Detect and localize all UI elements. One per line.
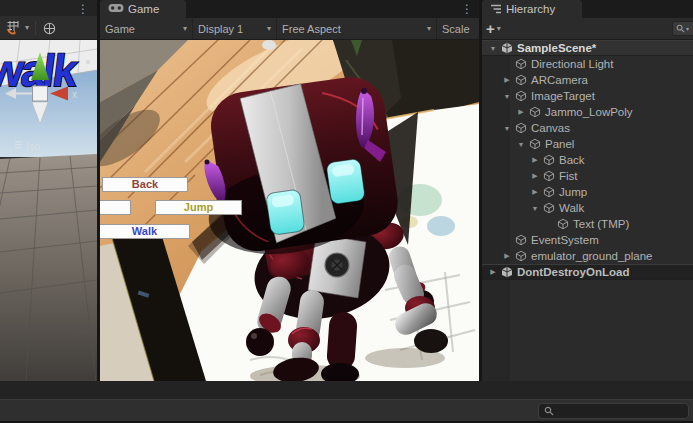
tab-game[interactable]: Game bbox=[100, 0, 186, 18]
walk-button[interactable]: Walk bbox=[100, 224, 190, 239]
hierarchy-item-arcamera[interactable]: ▶ARCamera bbox=[482, 72, 693, 88]
dropdown-arrow-icon: ▾ bbox=[267, 24, 271, 33]
gameobject-cube-icon bbox=[529, 106, 542, 119]
grid-snap-icon[interactable] bbox=[5, 21, 21, 34]
hierarchy-item-label: DontDestroyOnLoad bbox=[517, 266, 629, 278]
hierarchy-item-label: Back bbox=[559, 154, 585, 166]
hierarchy-item-text-tmp[interactable]: Text (TMP) bbox=[482, 216, 693, 232]
gameobject-cube-icon bbox=[515, 74, 528, 87]
hierarchy-item-directional-light[interactable]: Directional Light bbox=[482, 56, 693, 72]
foldout-collapsed-icon[interactable]: ▶ bbox=[530, 172, 540, 180]
gameobject-cube-icon bbox=[515, 250, 528, 263]
scene-viewport[interactable]: walk Iso x bbox=[0, 40, 97, 381]
foldout-expanded-icon[interactable]: ▼ bbox=[502, 93, 512, 100]
gameobject-cube-icon bbox=[515, 122, 528, 135]
hierarchy-tab-label: Hierarchy bbox=[506, 3, 555, 15]
unity-editor-window: ⋮ ▾ bbox=[0, 0, 693, 423]
hierarchy-item-samplescene[interactable]: ▼SampleScene* bbox=[482, 40, 693, 56]
scene-view-toolbar: ▾ bbox=[0, 16, 97, 40]
scene-icon bbox=[501, 266, 514, 279]
scale-label: Scale bbox=[437, 18, 479, 39]
hierarchy-item-imagetarget[interactable]: ▼ImageTarget bbox=[482, 88, 693, 104]
window-bottom-gap bbox=[0, 381, 693, 399]
hierarchy-item-canvas[interactable]: ▼Canvas bbox=[482, 120, 693, 136]
game-tab-label: Game bbox=[128, 3, 159, 15]
foldout-collapsed-icon[interactable]: ▶ bbox=[530, 188, 540, 196]
crosshair-circle-icon[interactable] bbox=[42, 21, 57, 34]
small-white-ball bbox=[262, 40, 276, 50]
hierarchy-item-label: Directional Light bbox=[531, 58, 613, 70]
game-mode-popup[interactable]: Game▾ bbox=[100, 18, 193, 39]
gameobject-cube-icon bbox=[557, 218, 570, 231]
hierarchy-panel: Hierarchy + ▾ ▾ ▼SampleScene*Directional… bbox=[482, 0, 693, 381]
game-toolbar: Game▾ Display 1▾ Free Aspect▾ Scale bbox=[100, 18, 479, 40]
gizmo-center-handle[interactable] bbox=[33, 86, 48, 101]
status-bar bbox=[0, 399, 693, 423]
hierarchy-item-dontdestroyonload[interactable]: ▶DontDestroyOnLoad bbox=[482, 264, 693, 280]
scene-view-panel: ⋮ ▾ bbox=[0, 0, 97, 381]
hierarchy-item-jump[interactable]: ▶Jump bbox=[482, 184, 693, 200]
display-popup[interactable]: Display 1▾ bbox=[193, 18, 277, 39]
hierarchy-item-label: Walk bbox=[559, 202, 584, 214]
gameobject-cube-icon bbox=[543, 202, 556, 215]
hierarchy-item-eventsystem[interactable]: EventSystem bbox=[482, 232, 693, 248]
grid-snap-dropdown-arrow[interactable]: ▾ bbox=[25, 23, 29, 32]
foldout-collapsed-icon[interactable]: ▶ bbox=[530, 156, 540, 164]
dropdown-arrow-icon: ▾ bbox=[427, 24, 431, 33]
tab-hierarchy[interactable]: Hierarchy bbox=[482, 0, 582, 18]
status-search-input[interactable] bbox=[538, 403, 689, 419]
foldout-collapsed-icon[interactable]: ▶ bbox=[516, 108, 526, 116]
hierarchy-item-panel[interactable]: ▼Panel bbox=[482, 136, 693, 152]
hierarchy-item-label: Panel bbox=[545, 138, 574, 150]
scene-icon bbox=[501, 42, 514, 55]
back-button[interactable]: Back bbox=[102, 177, 188, 192]
hierarchy-list-icon bbox=[490, 3, 502, 16]
gameobject-cube-icon bbox=[543, 154, 556, 167]
fist-button[interactable] bbox=[100, 200, 131, 215]
hierarchy-item-label: ARCamera bbox=[531, 74, 588, 86]
toolbar-separator bbox=[35, 21, 36, 35]
hierarchy-item-walk[interactable]: ▼Walk bbox=[482, 200, 693, 216]
game-viewport[interactable]: Back Jump Walk bbox=[100, 40, 479, 381]
hierarchy-item-back[interactable]: ▶Back bbox=[482, 152, 693, 168]
foldout-collapsed-icon[interactable]: ▶ bbox=[502, 76, 512, 84]
dropdown-arrow-icon: ▾ bbox=[183, 24, 187, 33]
hierarchy-item-label: EventSystem bbox=[531, 234, 599, 246]
gizmo-axis-label: x bbox=[72, 89, 77, 100]
foldout-expanded-icon[interactable]: ▼ bbox=[488, 45, 498, 52]
hierarchy-tree: ▼SampleScene*Directional Light▶ARCamera▼… bbox=[482, 40, 693, 381]
scene-menu-kebab-icon[interactable]: ⋮ bbox=[77, 2, 89, 16]
gameobject-cube-icon bbox=[515, 90, 528, 103]
gameobject-cube-icon bbox=[543, 186, 556, 199]
game-view-panel: Game ⋮ Game▾ Display 1▾ Free Aspect▾ Sca… bbox=[100, 0, 479, 381]
game-tabstrip: Game ⋮ bbox=[100, 0, 479, 18]
hierarchy-item-label: Canvas bbox=[531, 122, 570, 134]
selection-handle[interactable] bbox=[86, 60, 90, 64]
hierarchy-toolbar: + ▾ ▾ bbox=[482, 18, 693, 40]
foldout-expanded-icon[interactable]: ▼ bbox=[516, 141, 526, 148]
hierarchy-item-label: Text (TMP) bbox=[573, 218, 629, 230]
jump-button[interactable]: Jump bbox=[155, 200, 242, 215]
foldout-collapsed-icon[interactable]: ▶ bbox=[488, 268, 498, 276]
hierarchy-search-input[interactable]: ▾ bbox=[672, 21, 693, 36]
hierarchy-item-label: Fist bbox=[559, 170, 578, 182]
hierarchy-item-emulator-ground-plane[interactable]: ▶emulator_ground_plane bbox=[482, 248, 693, 264]
hierarchy-item-jammo-lowpoly[interactable]: ▶Jammo_LowPoly bbox=[482, 104, 693, 120]
gameobject-cube-icon bbox=[543, 170, 556, 183]
hierarchy-item-label: Jammo_LowPoly bbox=[545, 106, 633, 118]
hierarchy-item-label: ImageTarget bbox=[531, 90, 595, 102]
gameobject-cube-icon bbox=[515, 234, 528, 247]
foldout-expanded-icon[interactable]: ▼ bbox=[502, 125, 512, 132]
create-object-button[interactable]: + bbox=[486, 21, 495, 36]
hierarchy-item-label: SampleScene* bbox=[517, 42, 596, 54]
foldout-expanded-icon[interactable]: ▼ bbox=[530, 205, 540, 212]
svg-text:Iso: Iso bbox=[26, 140, 41, 152]
create-dropdown-arrow[interactable]: ▾ bbox=[497, 24, 501, 33]
scene-ground bbox=[0, 154, 97, 381]
hierarchy-item-fist[interactable]: ▶Fist bbox=[482, 168, 693, 184]
foldout-collapsed-icon[interactable]: ▶ bbox=[502, 252, 512, 260]
scene-view-titlebar: ⋮ bbox=[0, 0, 97, 16]
aspect-ratio-popup[interactable]: Free Aspect▾ bbox=[277, 18, 437, 39]
game-menu-kebab-icon[interactable]: ⋮ bbox=[461, 2, 473, 16]
search-icon bbox=[676, 24, 685, 33]
